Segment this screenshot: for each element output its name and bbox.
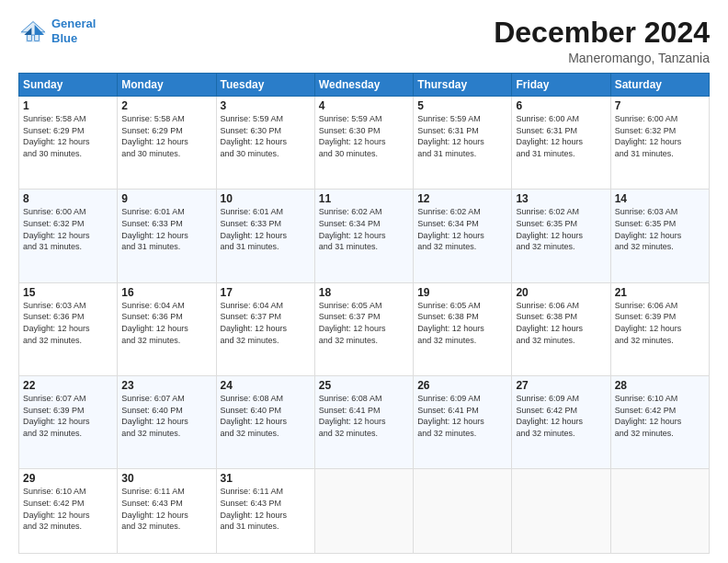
day-info: Sunrise: 6:05 AM Sunset: 6:37 PM Dayligh… [319,300,409,346]
col-wednesday: Wednesday [314,74,413,97]
page: General Blue December 2024 Maneromango, … [0,0,728,563]
day-info: Sunrise: 6:09 AM Sunset: 6:41 PM Dayligh… [417,393,507,439]
day-info: Sunrise: 6:02 AM Sunset: 6:34 PM Dayligh… [417,206,507,252]
day-number: 10 [221,192,311,205]
day-number: 28 [615,379,705,392]
table-row [314,469,413,554]
day-number: 11 [319,192,409,205]
day-info: Sunrise: 6:06 AM Sunset: 6:39 PM Dayligh… [615,300,705,346]
day-number: 9 [121,192,211,205]
table-row: 13Sunrise: 6:02 AM Sunset: 6:35 PM Dayli… [512,190,610,282]
day-number: 4 [319,99,409,112]
day-number: 24 [221,379,311,392]
day-info: Sunrise: 6:01 AM Sunset: 6:33 PM Dayligh… [221,206,311,252]
day-info: Sunrise: 5:59 AM Sunset: 6:31 PM Dayligh… [417,113,507,159]
day-info: Sunrise: 6:04 AM Sunset: 6:37 PM Dayligh… [221,300,311,346]
day-number: 19 [417,286,507,299]
day-info: Sunrise: 6:03 AM Sunset: 6:35 PM Dayligh… [615,206,705,252]
day-info: Sunrise: 6:04 AM Sunset: 6:36 PM Dayligh… [121,300,211,346]
day-info: Sunrise: 5:58 AM Sunset: 6:29 PM Dayligh… [121,113,211,159]
day-info: Sunrise: 5:59 AM Sunset: 6:30 PM Dayligh… [319,113,409,159]
day-number: 8 [23,192,113,205]
table-row: 2Sunrise: 5:58 AM Sunset: 6:29 PM Daylig… [118,97,216,190]
col-saturday: Saturday [610,74,709,97]
day-info: Sunrise: 6:00 AM Sunset: 6:32 PM Dayligh… [615,113,705,159]
day-number: 12 [417,192,507,205]
day-info: Sunrise: 6:02 AM Sunset: 6:34 PM Dayligh… [319,206,409,252]
day-number: 21 [615,286,705,299]
day-number: 26 [417,379,507,392]
table-row: 16Sunrise: 6:04 AM Sunset: 6:36 PM Dayli… [118,282,216,375]
table-row: 10Sunrise: 6:01 AM Sunset: 6:33 PM Dayli… [216,190,314,282]
logo-blue: Blue [51,31,77,45]
day-number: 22 [23,379,113,392]
table-row: 15Sunrise: 6:03 AM Sunset: 6:36 PM Dayli… [19,282,118,375]
day-number: 15 [23,286,113,299]
table-row: 12Sunrise: 6:02 AM Sunset: 6:34 PM Dayli… [414,190,512,282]
table-row: 14Sunrise: 6:03 AM Sunset: 6:35 PM Dayli… [610,190,709,282]
table-row: 23Sunrise: 6:07 AM Sunset: 6:40 PM Dayli… [118,376,216,469]
table-row: 24Sunrise: 6:08 AM Sunset: 6:40 PM Dayli… [216,376,314,469]
day-number: 23 [121,379,211,392]
day-info: Sunrise: 6:07 AM Sunset: 6:40 PM Dayligh… [121,393,211,439]
day-info: Sunrise: 6:01 AM Sunset: 6:33 PM Dayligh… [121,206,211,252]
table-row: 31Sunrise: 6:11 AM Sunset: 6:43 PM Dayli… [216,469,314,554]
table-row: 21Sunrise: 6:06 AM Sunset: 6:39 PM Dayli… [610,282,709,375]
table-row: 22Sunrise: 6:07 AM Sunset: 6:39 PM Dayli… [19,376,118,469]
table-row [414,469,512,554]
day-number: 18 [319,286,409,299]
table-row: 8Sunrise: 6:00 AM Sunset: 6:32 PM Daylig… [19,190,118,282]
table-row: 20Sunrise: 6:06 AM Sunset: 6:38 PM Dayli… [512,282,610,375]
day-info: Sunrise: 6:05 AM Sunset: 6:38 PM Dayligh… [417,300,507,346]
col-friday: Friday [512,74,610,97]
day-info: Sunrise: 6:00 AM Sunset: 6:32 PM Dayligh… [23,206,113,252]
col-monday: Monday [118,74,216,97]
table-row: 29Sunrise: 6:10 AM Sunset: 6:42 PM Dayli… [19,469,118,554]
logo-icon [18,18,48,44]
day-number: 27 [516,379,606,392]
day-number: 5 [417,99,507,112]
table-row: 28Sunrise: 6:10 AM Sunset: 6:42 PM Dayli… [610,376,709,469]
day-info: Sunrise: 6:00 AM Sunset: 6:31 PM Dayligh… [516,113,606,159]
table-row: 1Sunrise: 5:58 AM Sunset: 6:29 PM Daylig… [19,97,118,190]
day-info: Sunrise: 6:06 AM Sunset: 6:38 PM Dayligh… [516,300,606,346]
table-row [610,469,709,554]
table-row: 30Sunrise: 6:11 AM Sunset: 6:43 PM Dayli… [118,469,216,554]
day-number: 14 [615,192,705,205]
day-info: Sunrise: 6:08 AM Sunset: 6:40 PM Dayligh… [221,393,311,439]
day-number: 30 [121,472,211,485]
table-row: 25Sunrise: 6:08 AM Sunset: 6:41 PM Dayli… [314,376,413,469]
day-info: Sunrise: 6:11 AM Sunset: 6:43 PM Dayligh… [121,486,211,532]
table-row: 7Sunrise: 6:00 AM Sunset: 6:32 PM Daylig… [610,97,709,190]
col-sunday: Sunday [19,74,118,97]
table-row: 6Sunrise: 6:00 AM Sunset: 6:31 PM Daylig… [512,97,610,190]
day-info: Sunrise: 6:09 AM Sunset: 6:42 PM Dayligh… [516,393,606,439]
calendar-table: Sunday Monday Tuesday Wednesday Thursday… [18,73,710,554]
day-info: Sunrise: 6:03 AM Sunset: 6:36 PM Dayligh… [23,300,113,346]
day-number: 29 [23,472,113,485]
day-info: Sunrise: 6:10 AM Sunset: 6:42 PM Dayligh… [615,393,705,439]
header: General Blue December 2024 Maneromango, … [18,17,710,65]
table-row: 11Sunrise: 6:02 AM Sunset: 6:34 PM Dayli… [314,190,413,282]
logo: General Blue [18,17,96,45]
day-info: Sunrise: 5:59 AM Sunset: 6:30 PM Dayligh… [221,113,311,159]
table-row: 27Sunrise: 6:09 AM Sunset: 6:42 PM Dayli… [512,376,610,469]
day-number: 7 [615,99,705,112]
table-row: 18Sunrise: 6:05 AM Sunset: 6:37 PM Dayli… [314,282,413,375]
day-number: 13 [516,192,606,205]
day-info: Sunrise: 6:02 AM Sunset: 6:35 PM Dayligh… [516,206,606,252]
col-tuesday: Tuesday [216,74,314,97]
table-row: 5Sunrise: 5:59 AM Sunset: 6:31 PM Daylig… [414,97,512,190]
day-number: 1 [23,99,113,112]
day-number: 16 [121,286,211,299]
location: Maneromango, Tanzania [494,51,710,65]
day-number: 6 [516,99,606,112]
title-block: December 2024 Maneromango, Tanzania [494,17,710,65]
day-info: Sunrise: 6:10 AM Sunset: 6:42 PM Dayligh… [23,486,113,532]
table-row: 4Sunrise: 5:59 AM Sunset: 6:30 PM Daylig… [314,97,413,190]
day-number: 20 [516,286,606,299]
col-thursday: Thursday [414,74,512,97]
day-number: 3 [221,99,311,112]
logo-text: General Blue [51,17,96,45]
day-number: 17 [221,286,311,299]
